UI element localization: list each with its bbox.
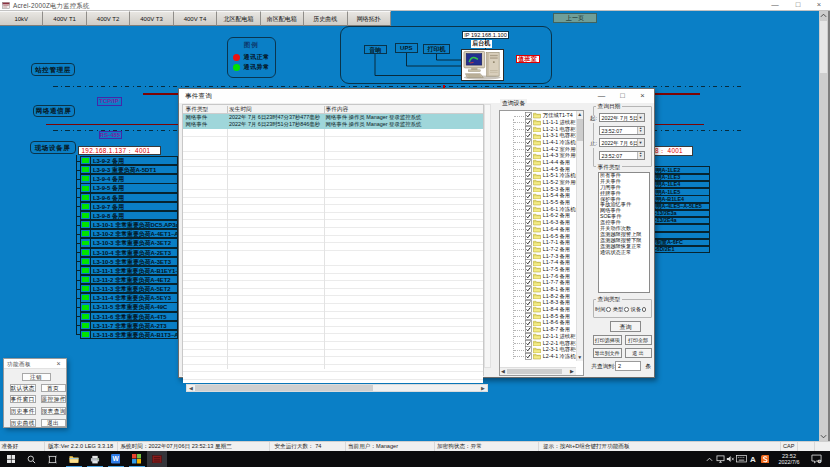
mode-option[interactable]: 时间 <box>595 305 611 315</box>
scroll-left-icon[interactable]: ◀ <box>500 368 507 375</box>
result-count-field[interactable]: 2 <box>615 361 641 371</box>
task-view-button[interactable] <box>43 451 63 467</box>
radio-icon[interactable] <box>606 307 611 312</box>
feeder-row[interactable]: L3-9-3 重要负荷A-5DT1 <box>80 165 178 174</box>
column-header-time[interactable]: 发生时间 <box>229 105 252 113</box>
panel-button[interactable]: 历史事件 <box>10 407 36 415</box>
dialog-maximize-button[interactable]: □ <box>616 90 629 101</box>
page-tab[interactable]: 历史曲线 <box>304 11 347 26</box>
feeder-row[interactable]: L3-10-5 非常重要负荷A-3ET3 <box>80 257 178 266</box>
from-date-dropdown[interactable]: 2022年 7月 5日 ▼ <box>599 113 645 122</box>
radio-icon[interactable] <box>624 307 629 312</box>
panel-button[interactable]: 历史曲线 <box>10 419 36 427</box>
checkbox-checked-icon[interactable] <box>525 353 532 360</box>
page-tab[interactable]: 网络拓扑 <box>348 11 391 26</box>
dropdown-arrow-icon[interactable]: ▼ <box>637 114 644 121</box>
exit-button[interactable]: 退 出 <box>625 348 652 359</box>
pinned-app-gray-icon[interactable] <box>85 451 105 467</box>
page-tab[interactable]: 北区配电箱 <box>217 11 260 26</box>
scrollbar-thumb[interactable] <box>577 119 583 141</box>
feeder-row[interactable]: L3-11-1 非常重要负荷A-B1EY1~A-2EY1 <box>80 266 178 275</box>
page-tab[interactable]: 400V T4 <box>174 11 217 26</box>
print-all-button[interactable]: 打印全部 <box>625 335 652 346</box>
tree-node[interactable]: L2-4-1 冷冻机组(B1) <box>500 353 576 360</box>
notification-center-button[interactable]: 1 <box>806 451 826 467</box>
tray-ime-mode-icon[interactable]: A <box>748 451 758 467</box>
tray-touch-keyboard-icon[interactable] <box>735 451 748 467</box>
feeder-row[interactable]: L3-10-3 非常重要负荷A-3ET2 <box>80 238 178 247</box>
radio-icon[interactable] <box>642 307 647 312</box>
event-type-item[interactable]: 通讯状态正常 <box>599 250 650 256</box>
page-tab[interactable]: 400V T2 <box>87 11 130 26</box>
window-maximize-button[interactable]: □ <box>791 0 805 10</box>
pinned-app-tiles-icon[interactable] <box>127 451 147 467</box>
panel-button[interactable]: 事件窗口 <box>10 395 36 403</box>
scrollbar-thumb[interactable] <box>195 385 373 391</box>
tray-clock[interactable]: 23:52 2022/7/6 <box>772 451 806 467</box>
panel-button[interactable]: 遥控操作 <box>41 395 66 403</box>
dropdown-arrow-icon[interactable]: ▼ <box>637 139 644 146</box>
feeder-row[interactable]: L3-11-5 非常重要负荷A-49C <box>80 302 178 311</box>
feeder-row[interactable]: L3-11-3 非常重要负荷A-5ET2 <box>80 284 178 293</box>
query-button[interactable]: 查询 <box>610 321 641 333</box>
page-tab[interactable]: 10kV <box>0 11 43 26</box>
dialog-titlebar[interactable]: 事件查询 — □ × <box>179 89 654 103</box>
column-header-type[interactable]: 事件类型 <box>186 105 209 113</box>
feeder-row[interactable]: L3-9-4 备用 <box>80 174 178 183</box>
window-minimize-button[interactable]: — <box>768 0 782 10</box>
logout-button[interactable]: 注销 <box>22 373 51 382</box>
scroll-right-icon[interactable]: ▶ <box>569 368 576 375</box>
page-tab[interactable]: 400V T1 <box>43 11 86 26</box>
file-explorer-button[interactable] <box>64 451 84 467</box>
export-button[interactable]: 导出到文件 <box>593 348 623 359</box>
scroll-left-icon[interactable]: ◀ <box>187 385 195 392</box>
function-panel-close-button[interactable]: × <box>54 359 64 369</box>
to-time-spinner[interactable]: 23:52:07 ▲▼ <box>599 151 645 160</box>
event-row[interactable]: 网络事件 2022年 7月 6日23时51分17秒846毫秒 网络事件 操作员 … <box>183 121 483 129</box>
feeder-row[interactable]: L3-9-7 备用 <box>80 202 178 211</box>
scroll-up-icon[interactable] <box>819 11 828 20</box>
event-row[interactable]: 网络事件 2022年 7月 6日23时47分37秒477毫秒 网络事件 操作员 … <box>183 114 483 122</box>
taskbar-search-button[interactable] <box>22 451 42 467</box>
feeder-row[interactable]: L3-10-2 非常重要负荷A-4ET1~A-3EY1 <box>80 229 178 238</box>
scrollbar-thumb[interactable] <box>820 21 827 73</box>
event-table-hscrollbar[interactable]: ◀ ▶ <box>186 384 488 392</box>
feeder-row[interactable]: L3-9-6 备用 <box>80 193 178 202</box>
feeder-row[interactable]: L3-11-4 非常重要负荷A-5EY3 <box>80 293 178 302</box>
prev-page-button[interactable]: 上一页 <box>553 13 597 24</box>
scrollbar-thumb[interactable] <box>507 369 562 375</box>
from-time-spinner[interactable]: 23:52:07 ▲▼ <box>599 126 645 135</box>
active-app-scada-button[interactable] <box>147 451 167 467</box>
tray-sogou-icon[interactable] <box>759 451 771 467</box>
scroll-up-icon[interactable]: ▲ <box>577 111 584 118</box>
feeder-row[interactable]: L3-9-5 备用 <box>80 183 178 192</box>
scroll-right-icon[interactable]: ▶ <box>479 385 487 392</box>
page-tab[interactable]: 400V T3 <box>130 11 173 26</box>
feeder-row[interactable]: L3-9-8 备用 <box>80 211 178 220</box>
device-tree-vscrollbar[interactable]: ▲ ▼ <box>576 111 584 361</box>
feeder-row[interactable]: L3-10-1 非常重要负荷DC5.AP3a <box>80 220 178 229</box>
feeder-row[interactable]: L3-9-2 备用 <box>80 156 178 165</box>
feeder-row[interactable]: L3-11-8 非常重要负荷A-B1T3~A-1T1 <box>80 330 178 339</box>
device-tree-hscrollbar[interactable]: ◀ ▶ <box>500 367 576 375</box>
scroll-down-icon[interactable]: ▼ <box>577 354 584 361</box>
print-selection-button[interactable]: 打印选择项 <box>593 335 623 346</box>
panel-button[interactable]: 默认状态 <box>10 384 36 392</box>
feeder-row[interactable]: L3-11-7 非常重要负荷A-2T3 <box>80 321 178 330</box>
to-date-dropdown[interactable]: 2022年 7月 6日 ▼ <box>599 138 645 147</box>
panel-button[interactable]: 首页 <box>41 384 66 392</box>
feeder-row[interactable]: L3-11-2 非常重要负荷A-4ET2 <box>80 275 178 284</box>
column-header-content[interactable]: 事件内容 <box>326 105 349 113</box>
feeder-row[interactable]: L3-11-6 非常重要负荷A-4T5 <box>80 312 178 321</box>
feeder-row[interactable]: L3-10-4 非常重要负荷A-2ET3 <box>80 248 178 257</box>
mode-option[interactable]: 类型 <box>613 305 629 315</box>
spinner-icon[interactable]: ▲▼ <box>637 127 644 134</box>
mode-option[interactable]: 设备 <box>631 305 647 315</box>
event-table-vscrollbar[interactable] <box>484 104 491 368</box>
main-vertical-scrollbar[interactable] <box>819 11 828 441</box>
panel-button[interactable]: 退出 <box>41 419 66 427</box>
start-button[interactable] <box>1 451 21 467</box>
scroll-down-icon[interactable] <box>819 432 828 441</box>
panel-button[interactable]: 报表查询 <box>41 407 66 415</box>
page-tab[interactable]: 南区配电箱 <box>261 11 304 26</box>
